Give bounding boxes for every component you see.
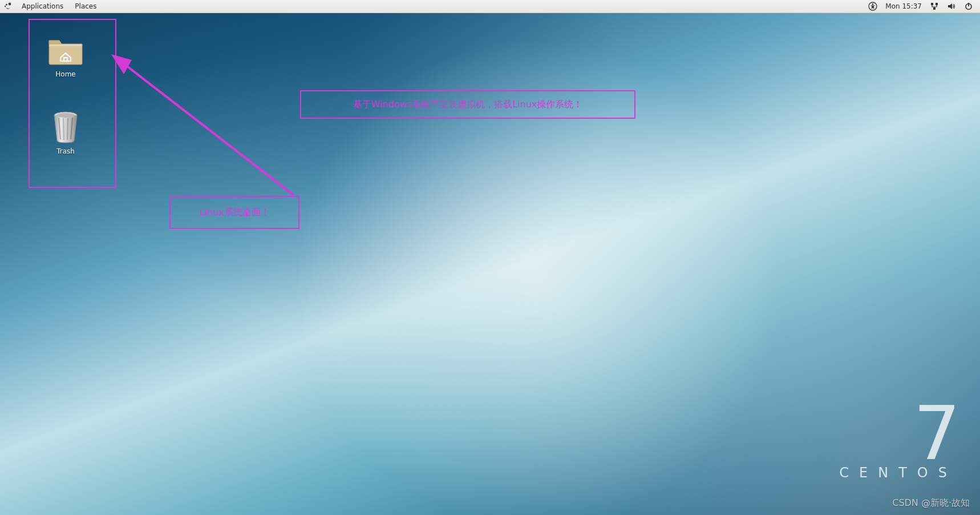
svg-point-0 xyxy=(9,3,11,6)
annotation-lower-box: Linux系统桌面！ xyxy=(169,196,299,229)
annotation-lower-label: Linux系统桌面！ xyxy=(199,207,269,219)
watermark: CSDN @新晓·故知 xyxy=(892,497,970,509)
svg-point-2 xyxy=(5,6,6,7)
annotation-top-box: 基于Windows系统下安装虚拟机，搭载Linux操作系统！ xyxy=(300,90,635,119)
panel-right: Mon 15:37 xyxy=(868,0,980,13)
svg-rect-5 xyxy=(931,3,933,5)
accessibility-icon[interactable] xyxy=(868,2,877,11)
svg-point-4 xyxy=(872,3,874,5)
svg-point-1 xyxy=(6,4,7,6)
menu-applications[interactable]: Applications xyxy=(16,0,69,13)
network-icon[interactable] xyxy=(930,2,939,11)
panel-left: Applications Places xyxy=(0,0,102,13)
annotation-arrow xyxy=(111,51,305,200)
clock[interactable]: Mon 15:37 xyxy=(885,2,922,10)
menu-places-label: Places xyxy=(75,2,96,10)
centos-word: CENTOS xyxy=(839,465,957,481)
power-icon[interactable] xyxy=(964,2,973,11)
top-panel: Applications Places Mon 15:37 xyxy=(0,0,980,13)
annotation-top-label: 基于Windows系统下安装虚拟机，搭载Linux操作系统！ xyxy=(353,99,583,111)
annotation-selection-box xyxy=(29,19,116,188)
menu-places[interactable]: Places xyxy=(69,0,102,13)
svg-rect-7 xyxy=(933,7,936,10)
gnome-logo-icon[interactable] xyxy=(3,2,13,11)
svg-rect-6 xyxy=(936,3,938,5)
svg-line-17 xyxy=(123,63,294,195)
centos-version: 7 xyxy=(839,396,957,470)
centos-branding: 7 CENTOS xyxy=(839,396,957,481)
desktop[interactable]: Applications Places Mon 15:37 xyxy=(0,0,980,515)
menu-applications-label: Applications xyxy=(22,2,63,10)
volume-icon[interactable] xyxy=(947,2,956,11)
